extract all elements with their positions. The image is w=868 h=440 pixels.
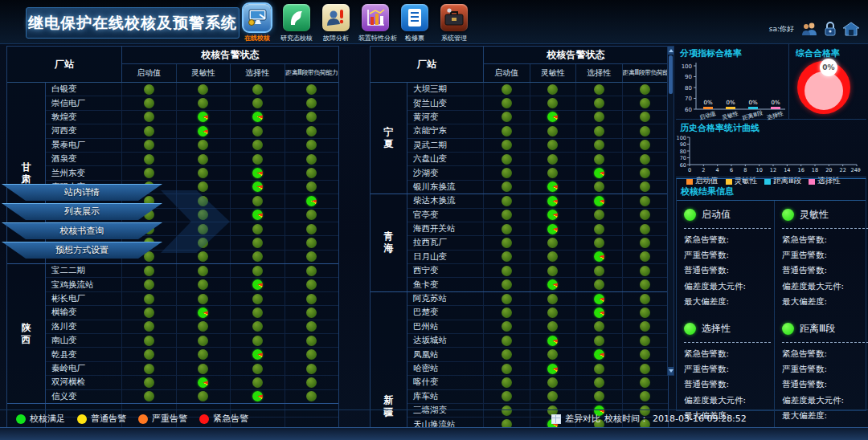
status-cell[interactable] xyxy=(177,124,231,137)
status-cell[interactable] xyxy=(285,348,339,361)
side-menu-button-scenario-mode-settings[interactable]: 预想方式设置 xyxy=(2,242,162,259)
status-cell[interactable] xyxy=(177,153,231,165)
station-name-cell[interactable]: 喀什变 xyxy=(407,376,484,389)
status-cell[interactable] xyxy=(530,362,577,375)
table-row[interactable]: 柴达木换流 xyxy=(407,194,668,208)
table-row[interactable]: 信义变 xyxy=(46,390,338,403)
status-cell[interactable] xyxy=(530,376,577,389)
status-cell[interactable] xyxy=(285,236,339,249)
status-cell[interactable] xyxy=(623,209,669,222)
status-cell[interactable] xyxy=(285,292,339,305)
table-row[interactable]: 库车站 xyxy=(407,390,668,404)
table-row[interactable]: 鱼卡变 xyxy=(407,278,668,291)
status-cell[interactable] xyxy=(576,306,623,319)
table-row[interactable]: 乾县变 xyxy=(46,348,338,361)
status-cell[interactable] xyxy=(285,264,339,277)
status-cell[interactable] xyxy=(576,362,623,375)
status-cell[interactable] xyxy=(623,362,669,375)
status-cell[interactable] xyxy=(484,264,530,277)
status-cell[interactable] xyxy=(285,222,339,235)
station-name-cell[interactable]: 乾县变 xyxy=(46,348,122,361)
status-cell[interactable] xyxy=(530,236,577,249)
station-name-cell[interactable]: 西宁变 xyxy=(407,264,484,277)
status-cell[interactable] xyxy=(484,111,530,124)
home-icon[interactable] xyxy=(842,22,860,36)
status-cell[interactable] xyxy=(530,139,577,152)
status-cell[interactable] xyxy=(576,264,623,277)
station-name-cell[interactable]: 海西开关站 xyxy=(407,222,484,235)
status-cell[interactable] xyxy=(231,264,285,277)
table-row[interactable]: 崇信电厂 xyxy=(46,96,338,110)
station-name-cell[interactable]: 大坝三期 xyxy=(407,83,484,96)
status-cell[interactable] xyxy=(623,111,669,124)
side-menu-button-check-report-query[interactable]: 校核书查询 xyxy=(2,222,162,239)
status-cell[interactable] xyxy=(530,166,577,179)
status-cell[interactable] xyxy=(122,264,177,277)
status-cell[interactable] xyxy=(177,139,231,152)
status-cell[interactable] xyxy=(623,251,669,263)
table-row[interactable]: 海西开关站 xyxy=(407,222,668,236)
status-cell[interactable] xyxy=(122,334,177,347)
table-row[interactable]: 六盘山变 xyxy=(407,153,668,166)
side-menu-button-list-display[interactable]: 列表展示 xyxy=(2,203,162,220)
nav-item-system-management[interactable]: 系统管理 xyxy=(437,4,471,43)
status-cell[interactable] xyxy=(231,362,285,375)
station-name-cell[interactable]: 景泰电厂 xyxy=(46,139,122,152)
lock-icon[interactable] xyxy=(823,22,837,36)
status-cell[interactable] xyxy=(285,181,339,194)
table-row[interactable]: 彬长电厂 xyxy=(46,292,338,306)
status-cell[interactable] xyxy=(122,124,177,137)
status-cell[interactable] xyxy=(530,306,577,319)
table-row[interactable]: 宝二二期 xyxy=(46,264,338,278)
status-cell[interactable] xyxy=(231,376,285,389)
table-row[interactable]: 洛川变 xyxy=(46,320,338,334)
nav-item-fault-analysis[interactable]: 故障分析 xyxy=(319,4,353,43)
station-name-cell[interactable]: 银川东换流 xyxy=(407,181,484,194)
status-cell[interactable] xyxy=(231,292,285,305)
status-cell[interactable] xyxy=(623,334,669,347)
status-cell[interactable] xyxy=(623,222,669,235)
status-cell[interactable] xyxy=(484,236,530,249)
table-row[interactable]: 秦岭电厂 xyxy=(46,362,338,376)
status-cell[interactable] xyxy=(122,278,177,291)
status-cell[interactable] xyxy=(576,278,623,291)
table-row[interactable]: 官亭变 xyxy=(407,209,668,222)
station-name-cell[interactable]: 横输变 xyxy=(46,306,122,319)
station-name-cell[interactable]: 阿克苏站 xyxy=(407,292,484,305)
table-row[interactable]: 兰州东变 xyxy=(46,166,338,180)
status-cell[interactable] xyxy=(285,278,339,291)
status-cell[interactable] xyxy=(530,209,577,222)
status-cell[interactable] xyxy=(484,194,530,207)
station-name-cell[interactable]: 贺兰山变 xyxy=(407,96,484,109)
status-cell[interactable] xyxy=(576,96,623,109)
status-cell[interactable] xyxy=(484,278,530,291)
status-cell[interactable] xyxy=(623,348,669,361)
status-cell[interactable] xyxy=(484,292,530,305)
station-name-cell[interactable]: 鱼卡变 xyxy=(407,278,484,291)
status-cell[interactable] xyxy=(530,251,577,263)
status-cell[interactable] xyxy=(623,376,669,389)
status-cell[interactable] xyxy=(623,292,669,305)
status-cell[interactable] xyxy=(530,124,577,137)
status-cell[interactable] xyxy=(177,278,231,291)
table-row[interactable]: 沙湖变 xyxy=(407,166,668,180)
users-icon[interactable] xyxy=(800,22,818,36)
status-cell[interactable] xyxy=(484,251,530,263)
status-cell[interactable] xyxy=(530,153,577,165)
station-name-cell[interactable]: 黄河变 xyxy=(407,111,484,124)
status-cell[interactable] xyxy=(177,320,231,333)
status-cell[interactable] xyxy=(484,306,530,319)
table-row[interactable]: 大坝三期 xyxy=(407,83,668,96)
table-row[interactable]: 景泰电厂 xyxy=(46,139,338,153)
status-cell[interactable] xyxy=(576,166,623,179)
nav-item-research-check[interactable]: 研究态校核 xyxy=(280,4,313,43)
table-row[interactable]: 南山变 xyxy=(46,334,338,348)
table-row[interactable]: 横输变 xyxy=(46,306,338,320)
status-cell[interactable] xyxy=(623,264,669,277)
status-cell[interactable] xyxy=(530,83,577,96)
status-cell[interactable] xyxy=(576,83,623,96)
status-cell[interactable] xyxy=(122,96,177,109)
status-cell[interactable] xyxy=(623,96,669,109)
status-cell[interactable] xyxy=(177,348,231,361)
status-cell[interactable] xyxy=(122,153,177,165)
